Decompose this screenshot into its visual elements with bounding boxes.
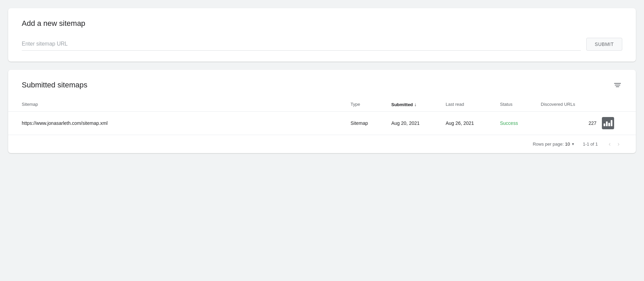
next-page-button[interactable]: › (615, 139, 622, 149)
table-footer: Rows per page: 10 ▼ 1-1 of 1 ‹ › (8, 135, 636, 153)
cell-submitted-date: Aug 20, 2021 (391, 120, 446, 126)
submitted-sitemaps-title: Submitted sitemaps (22, 81, 87, 89)
pagination-buttons: ‹ › (606, 139, 622, 149)
cell-sitemap-url: https://www.jonasarleth.com/sitemap.xml (22, 120, 351, 126)
filter-icon[interactable] (613, 82, 622, 88)
rows-per-page-dropdown-icon[interactable]: ▼ (571, 142, 575, 146)
cell-status: Success (500, 120, 541, 126)
col-header-submitted[interactable]: Submitted ↓ (391, 102, 446, 107)
col-header-type: Type (351, 102, 391, 107)
table-row: https://www.jonasarleth.com/sitemap.xml … (8, 112, 636, 135)
col-header-actions (602, 102, 622, 107)
cell-type: Sitemap (351, 120, 391, 126)
cell-discovered-urls: 227 (541, 120, 602, 126)
pagination-info: 1-1 of 1 (583, 142, 598, 147)
rows-per-page-label: Rows per page: (533, 142, 564, 147)
col-header-sitemap: Sitemap (22, 102, 351, 107)
sort-arrow-icon: ↓ (414, 102, 417, 107)
table-header: Sitemap Type Submitted ↓ Last read Statu… (8, 98, 636, 112)
rows-per-page-value: 10 (565, 142, 570, 147)
prev-page-button[interactable]: ‹ (606, 139, 613, 149)
sitemaps-table: Sitemap Type Submitted ↓ Last read Statu… (8, 98, 636, 153)
cell-chart-action (602, 117, 622, 129)
col-header-status: Status (500, 102, 541, 107)
bar-chart-icon (604, 120, 612, 126)
chart-icon-button[interactable] (602, 117, 614, 129)
rows-per-page-control: Rows per page: 10 ▼ (533, 142, 574, 147)
cell-last-read-date: Aug 26, 2021 (446, 120, 500, 126)
sitemap-url-input[interactable] (22, 37, 581, 51)
add-sitemap-title: Add a new sitemap (22, 19, 622, 28)
add-sitemap-card: Add a new sitemap SUBMIT (8, 8, 636, 62)
submitted-sitemaps-card: Submitted sitemaps Sitemap Type Submitte… (8, 70, 636, 153)
submit-button[interactable]: SUBMIT (586, 38, 622, 51)
add-sitemap-input-row: SUBMIT (22, 37, 622, 51)
col-header-discovered-urls: Discovered URLs (541, 102, 602, 107)
submitted-sitemaps-header: Submitted sitemaps (8, 81, 636, 98)
col-header-last-read: Last read (446, 102, 500, 107)
